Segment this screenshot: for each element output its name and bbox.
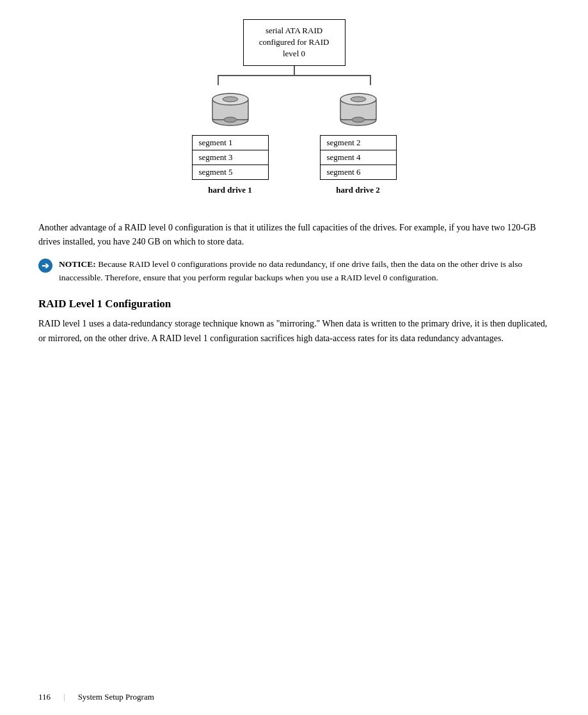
svg-point-8 bbox=[351, 97, 366, 102]
segment-cell: segment 5 bbox=[192, 165, 268, 179]
table-row: segment 4 bbox=[320, 150, 396, 165]
table-row: segment 1 bbox=[192, 135, 268, 150]
notice-text: NOTICE: Because RAID level 0 configurati… bbox=[59, 258, 550, 285]
svg-point-4 bbox=[224, 117, 237, 122]
notice-box: ➔ NOTICE: Because RAID level 0 configura… bbox=[38, 258, 550, 285]
page-number: 116 bbox=[38, 692, 51, 702]
drive2-label: hard drive 2 bbox=[336, 185, 380, 195]
branch-lines bbox=[198, 66, 390, 85]
diagram-area: serial ATA RAID configured for RAID leve… bbox=[38, 19, 550, 195]
segment-cell: segment 1 bbox=[192, 135, 268, 150]
diagram-inner: serial ATA RAID configured for RAID leve… bbox=[192, 19, 397, 195]
raid-box-label: serial ATA RAID configured for RAID leve… bbox=[259, 26, 330, 58]
notice-label: NOTICE: bbox=[59, 259, 96, 269]
notice-body: Because RAID level 0 configurations prov… bbox=[59, 259, 522, 282]
segment-cell: segment 4 bbox=[320, 150, 396, 165]
raid-box: serial ATA RAID configured for RAID leve… bbox=[243, 19, 346, 66]
drives-wrapper: segment 1 segment 3 segment 5 hard drive… bbox=[192, 85, 397, 195]
drive1-label: hard drive 1 bbox=[208, 185, 252, 195]
branch-left-line bbox=[218, 75, 219, 85]
hdd2-icon bbox=[333, 85, 384, 130]
drive2-segments-table: segment 2 segment 4 segment 6 bbox=[320, 135, 397, 180]
svg-point-3 bbox=[223, 97, 238, 102]
footer-title: System Setup Program bbox=[78, 692, 154, 702]
page-container: serial ATA RAID configured for RAID leve… bbox=[0, 0, 588, 715]
svg-point-9 bbox=[352, 117, 365, 122]
table-row: segment 2 bbox=[320, 135, 396, 150]
hdd1-icon bbox=[205, 85, 256, 130]
segment-cell: segment 2 bbox=[320, 135, 396, 150]
table-row: segment 3 bbox=[192, 150, 268, 165]
drive2-column: segment 2 segment 4 segment 6 hard drive… bbox=[320, 85, 397, 195]
drive1-column: segment 1 segment 3 segment 5 hard drive… bbox=[192, 85, 269, 195]
branch-right-line bbox=[370, 75, 371, 85]
footer-separator: | bbox=[63, 692, 65, 702]
table-row: segment 5 bbox=[192, 165, 268, 179]
content-area: Another advantage of a RAID level 0 conf… bbox=[38, 221, 550, 355]
segment-cell: segment 6 bbox=[320, 165, 396, 179]
segment-cell: segment 3 bbox=[192, 150, 268, 165]
section-heading: RAID Level 1 Configuration bbox=[38, 298, 550, 310]
paragraph1: Another advantage of a RAID level 0 conf… bbox=[38, 221, 550, 250]
notice-icon: ➔ bbox=[38, 259, 52, 273]
table-row: segment 6 bbox=[320, 165, 396, 179]
drive1-segments-table: segment 1 segment 3 segment 5 bbox=[192, 135, 269, 180]
paragraph2: RAID level 1 uses a data-redundancy stor… bbox=[38, 317, 550, 346]
page-footer: 116 | System Setup Program bbox=[38, 692, 154, 702]
